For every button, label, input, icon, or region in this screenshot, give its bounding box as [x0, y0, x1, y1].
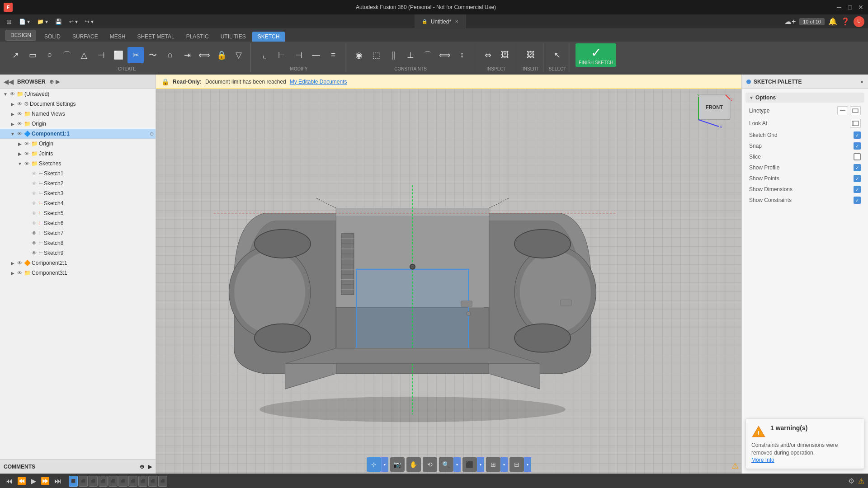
- tool-break[interactable]: —: [308, 47, 324, 63]
- tree-item-component2[interactable]: ▶ 👁 🔶 Component2:1: [0, 258, 156, 268]
- expand-named-views[interactable]: ▶: [9, 110, 16, 117]
- tree-item-doc-settings[interactable]: ▶ 👁 ⚙ Document Settings: [0, 99, 156, 109]
- expand-origin-comp1[interactable]: ▶: [16, 140, 24, 147]
- pan-button[interactable]: ✋: [406, 457, 421, 472]
- tree-item-component1[interactable]: ▼ 👁 🔷 Component1:1 ⊙: [0, 129, 156, 139]
- step-back-button[interactable]: ⏪: [15, 476, 28, 486]
- new-button[interactable]: 📄 ▾: [16, 16, 33, 27]
- tool-arc[interactable]: ⌒: [59, 47, 75, 63]
- design-button[interactable]: DESIGN: [5, 30, 36, 41]
- expand-component3[interactable]: ▶: [9, 269, 16, 277]
- goto-start-button[interactable]: ⏮: [4, 476, 14, 486]
- tool-offset[interactable]: ⇥: [179, 47, 195, 63]
- tab-solid[interactable]: SOLID: [39, 32, 66, 42]
- step-forward-button[interactable]: ⏩: [39, 476, 52, 486]
- constraint-perp[interactable]: ⊥: [402, 47, 419, 63]
- goto-end-button[interactable]: ⏭: [52, 476, 63, 486]
- tree-item-sketch2[interactable]: 👁 ⊢ Sketch2: [0, 178, 156, 188]
- browser-add-icon[interactable]: ⊕: [49, 79, 54, 85]
- tool-line[interactable]: ↗: [7, 47, 24, 63]
- timeline-thumb-2[interactable]: ⬛: [79, 476, 88, 487]
- tree-item-sketch9[interactable]: 👁 ⊢ Sketch9: [0, 248, 156, 258]
- grid-menu-button[interactable]: ⊞: [4, 16, 14, 27]
- eye-icon-sketch9[interactable]: 👁: [32, 250, 37, 256]
- tool-circle[interactable]: ○: [42, 47, 58, 63]
- timeline-thumb-9[interactable]: ⬛: [148, 476, 157, 487]
- tree-item-origin-comp1[interactable]: ▶ 👁 📁 Origin: [0, 139, 156, 149]
- viewport-dropdown[interactable]: ▾: [524, 457, 531, 472]
- sketch-grid-checkbox[interactable]: ✓: [854, 131, 861, 139]
- eye-icon-component3[interactable]: 👁: [17, 270, 22, 276]
- coord-dropdown[interactable]: ▾: [381, 457, 388, 472]
- timeline-thumb-1[interactable]: ⬛: [69, 476, 78, 487]
- notifications-icon[interactable]: 🔔: [828, 17, 837, 26]
- inspect-measure[interactable]: ⇔: [480, 47, 496, 63]
- minimize-button[interactable]: ─: [835, 4, 843, 11]
- constraint-coincident[interactable]: ◉: [351, 47, 367, 63]
- expand-unsaved[interactable]: ▼: [2, 90, 9, 98]
- tab-sheet-metal[interactable]: SHEET METAL: [132, 32, 179, 42]
- palette-collapse-button[interactable]: »: [860, 79, 863, 85]
- expand-joints[interactable]: ▶: [16, 150, 24, 157]
- inspect-zebra[interactable]: 🖼: [497, 47, 513, 63]
- eye-icon-sketch5[interactable]: 👁: [32, 211, 37, 216]
- tool-trim2[interactable]: ⊢: [274, 47, 290, 63]
- tree-item-component3[interactable]: ▶ 👁 📁 Component3:1: [0, 268, 156, 278]
- tree-item-sketch3[interactable]: 👁 ⊢ Sketch3: [0, 188, 156, 198]
- zoom-dropdown[interactable]: ▾: [453, 457, 461, 472]
- tab-mesh[interactable]: MESH: [104, 32, 131, 42]
- eye-icon-sketch2[interactable]: 👁: [32, 181, 37, 186]
- timeline-thumb-6[interactable]: ⬛: [118, 476, 127, 487]
- tree-item-named-views[interactable]: ▶ 👁 📁 Named Views: [0, 109, 156, 119]
- editable-docs-link[interactable]: My Editable Documents: [290, 79, 347, 85]
- tree-item-sketch4[interactable]: 👁 ⊢ Sketch4: [0, 198, 156, 208]
- show-points-checkbox[interactable]: ✓: [854, 175, 861, 182]
- look-at-button[interactable]: [850, 119, 861, 128]
- eye-icon-sketch4[interactable]: 👁: [32, 201, 37, 206]
- play-button[interactable]: ▶: [29, 476, 38, 486]
- linetype-icon-2[interactable]: [850, 106, 861, 115]
- user-avatar[interactable]: U: [854, 16, 864, 27]
- linetype-icon-1[interactable]: [837, 106, 848, 115]
- cloud-save-button[interactable]: ☁+: [784, 17, 796, 26]
- constraint-parallel[interactable]: ∥: [385, 47, 401, 63]
- tree-item-joints[interactable]: ▶ 👁 📁 Joints: [0, 149, 156, 159]
- comments-add-icon[interactable]: ⊕: [140, 464, 144, 470]
- tool-mirror[interactable]: ⟺: [196, 47, 212, 63]
- constraint-vert[interactable]: ↕: [454, 47, 470, 63]
- timeline-thumb-3[interactable]: ⬛: [89, 476, 98, 487]
- display-button[interactable]: ⬛: [462, 457, 477, 472]
- palette-options-header[interactable]: ▼ Options: [745, 93, 864, 103]
- expand-origin-root[interactable]: ▶: [9, 120, 16, 127]
- undo-button[interactable]: ↩ ▾: [66, 16, 80, 27]
- constraint-tang[interactable]: ⌒: [420, 47, 436, 63]
- grid-button[interactable]: ⊞: [486, 457, 500, 472]
- show-dimensions-checkbox[interactable]: ✓: [854, 186, 861, 193]
- coord-button[interactable]: ⊹: [367, 457, 381, 472]
- tool-rectangle[interactable]: ▭: [24, 47, 41, 63]
- tree-item-sketch6[interactable]: 👁 ⊢ Sketch6: [0, 218, 156, 228]
- tool-extend[interactable]: ⊣: [291, 47, 307, 63]
- zoom-button[interactable]: 🔍: [439, 457, 453, 472]
- finish-sketch-button[interactable]: ✓ FINISH SKETCH: [576, 43, 616, 67]
- close-button[interactable]: ✕: [857, 4, 864, 11]
- tool-slot[interactable]: ⊣: [93, 47, 109, 63]
- tab-utilities[interactable]: UTILITIES: [215, 32, 251, 42]
- eye-icon-sketch1[interactable]: 👁: [32, 171, 37, 176]
- tree-item-sketch8[interactable]: 👁 ⊢ Sketch8: [0, 238, 156, 248]
- tool-equal[interactable]: =: [325, 47, 341, 63]
- eye-icon-sketch6[interactable]: 👁: [32, 221, 37, 226]
- doc-tab[interactable]: 🔒 Untitled* ✕: [415, 14, 466, 29]
- eye-icon-sketch7[interactable]: 👁: [32, 230, 37, 236]
- tree-item-sketches[interactable]: ▼ 👁 📁 Sketches: [0, 159, 156, 169]
- camera-button[interactable]: 📷: [390, 457, 405, 472]
- insert-dxf[interactable]: 🖼: [523, 47, 539, 63]
- show-constraints-checkbox[interactable]: ✓: [854, 197, 861, 204]
- nav-back-icon[interactable]: ◀◀: [4, 78, 14, 85]
- eye-icon-unsaved[interactable]: 👁: [10, 91, 15, 97]
- orbit-button[interactable]: ⟲: [423, 457, 437, 472]
- select-tool[interactable]: ↖: [549, 47, 566, 63]
- eye-icon-component1[interactable]: 👁: [17, 131, 22, 136]
- timeline-thumb-7[interactable]: ⬛: [128, 476, 137, 487]
- eye-icon-joints[interactable]: 👁: [24, 151, 29, 156]
